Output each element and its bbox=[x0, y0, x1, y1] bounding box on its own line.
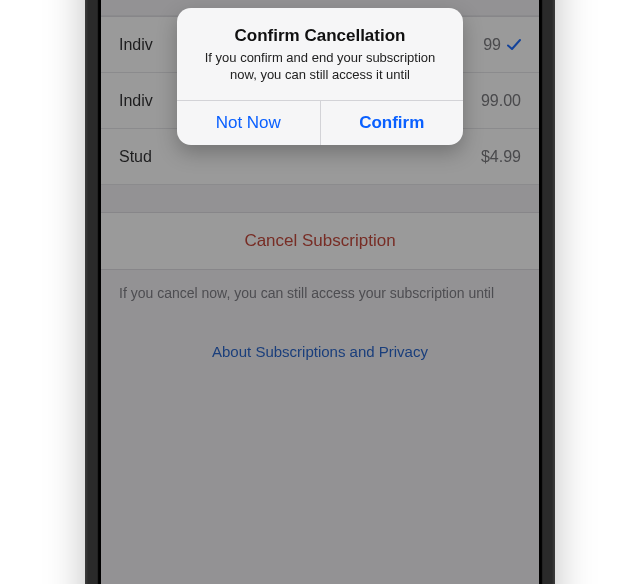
not-now-button[interactable]: Not Now bbox=[177, 101, 320, 145]
alert-message: If you confirm and end your subscription… bbox=[193, 50, 447, 84]
confirm-button[interactable]: Confirm bbox=[320, 101, 464, 145]
not-now-label: Not Now bbox=[216, 113, 281, 132]
screen: Indiv 99 Indiv 99.00 Stud bbox=[101, 0, 539, 584]
device-bezel: Indiv 99 Indiv 99.00 Stud bbox=[97, 0, 543, 584]
confirm-label: Confirm bbox=[359, 113, 424, 132]
confirm-cancellation-alert: Confirm Cancellation If you confirm and … bbox=[177, 8, 463, 145]
device-frame: Indiv 99 Indiv 99.00 Stud bbox=[85, 0, 555, 584]
alert-body: Confirm Cancellation If you confirm and … bbox=[177, 8, 463, 100]
alert-buttons: Not Now Confirm bbox=[177, 100, 463, 145]
alert-title: Confirm Cancellation bbox=[193, 26, 447, 46]
